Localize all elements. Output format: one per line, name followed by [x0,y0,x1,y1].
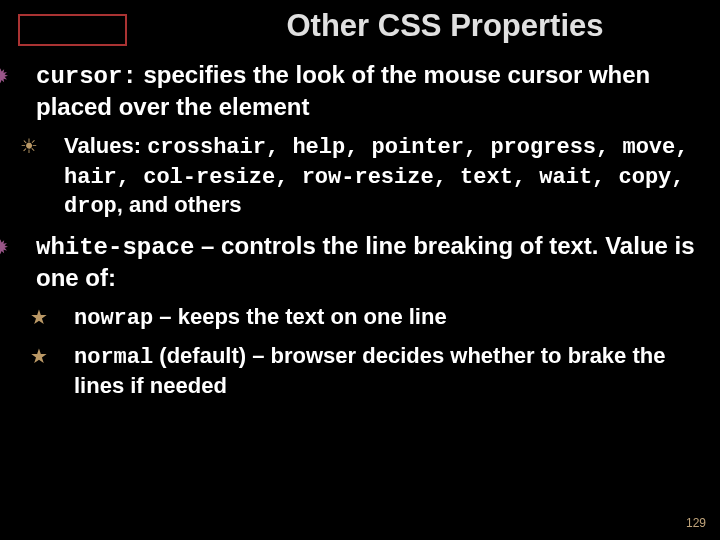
slide: Other CSS Properties cursor: specifies t… [0,0,720,540]
normal-code: normal [74,345,153,370]
bullet-cursor: cursor: specifies the look of the mouse … [14,60,704,122]
nowrap-code: nowrap [74,306,153,331]
nowrap-desc: – keeps the text on one line [153,304,446,329]
bullet-nowrap: nowrap – keeps the text on one line [52,303,704,333]
bullet-whitespace: white-space – controls the line breaking… [14,231,704,293]
bullet-cursor-values: Values: crosshair, help, pointer, progre… [42,132,704,221]
bullet-normal: normal (default) – browser decides wheth… [52,342,704,399]
cursor-code: cursor: [36,63,137,90]
values-label: Values: [64,133,147,158]
values-after: , and others [117,192,242,217]
slide-title: Other CSS Properties [0,8,720,44]
slide-body: cursor: specifies the look of the mouse … [14,60,704,409]
page-number: 129 [686,516,706,530]
whitespace-code: white-space [36,234,194,261]
normal-desc: (default) – browser decides whether to b… [74,343,665,398]
